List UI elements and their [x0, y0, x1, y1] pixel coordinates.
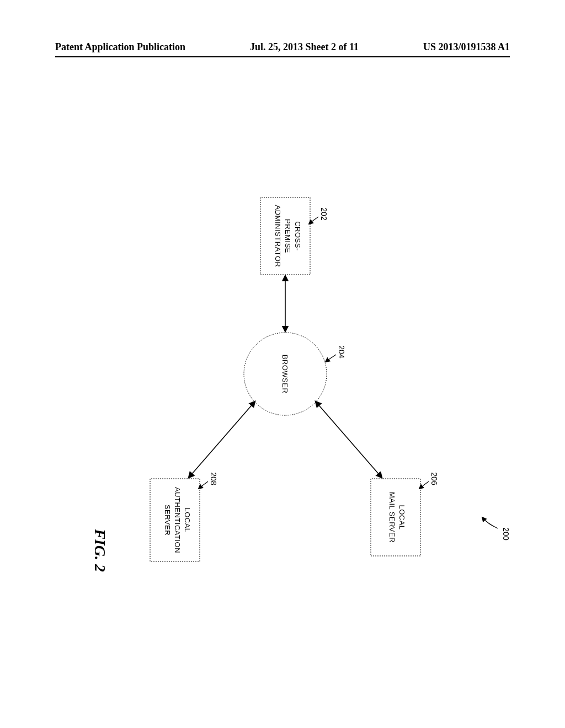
- admin-line1: CROSS-: [294, 221, 302, 251]
- leader-208: [199, 481, 208, 489]
- mail-line2: MAIL SERVER: [388, 492, 396, 543]
- browser-label: BROWSER: [281, 355, 289, 394]
- leader-200: [482, 517, 498, 528]
- node-browser: BROWSER: [244, 333, 327, 415]
- diagram-svg: 200 CROSS- PREMISE ADMINISTRATOR 202 BRO…: [55, 88, 510, 673]
- node-local-mail-server: LOCAL MAIL SERVER: [371, 479, 420, 556]
- connector-browser-auth: [189, 402, 255, 478]
- node-cross-premise-administrator: CROSS- PREMISE ADMINISTRATOR: [260, 197, 310, 275]
- node-local-authentication-server: LOCAL AUTHENTICATION SERVER: [150, 479, 200, 561]
- ref-208: 208: [209, 472, 218, 485]
- page-header: Patent Application Publication Jul. 25, …: [0, 41, 565, 53]
- header-rule: [55, 56, 510, 57]
- auth-line1: LOCAL: [183, 507, 191, 532]
- ref-200: 200: [502, 527, 510, 540]
- header-left: Patent Application Publication: [55, 41, 185, 53]
- connector-browser-mail: [316, 402, 382, 478]
- auth-line2: AUTHENTICATION: [173, 487, 182, 553]
- auth-line3: SERVER: [163, 505, 172, 536]
- header-right: US 2013/0191538 A1: [423, 41, 510, 53]
- ref-202: 202: [319, 207, 328, 221]
- mail-line1: LOCAL: [398, 505, 406, 529]
- leader-206: [419, 481, 429, 489]
- leader-204: [326, 355, 336, 362]
- header-center: Jul. 25, 2013 Sheet 2 of 11: [250, 41, 359, 53]
- figure-2: 200 CROSS- PREMISE ADMINISTRATOR 202 BRO…: [55, 88, 510, 673]
- ref-204: 204: [337, 345, 346, 358]
- ref-206: 206: [430, 472, 439, 485]
- admin-line2: PREMISE: [284, 219, 292, 253]
- admin-line3: ADMINISTRATOR: [274, 205, 282, 267]
- figure-label: FIG. 2: [92, 528, 109, 572]
- leader-202: [309, 217, 318, 224]
